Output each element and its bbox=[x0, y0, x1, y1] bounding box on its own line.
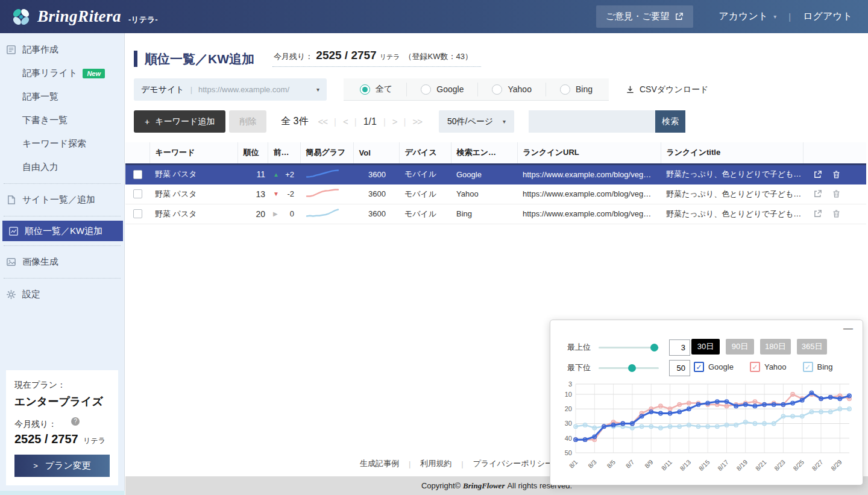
table-row[interactable]: 野菜 パスタ13▼-23600モバイルYahoohttps://www.exam… bbox=[125, 184, 866, 204]
plan-change-button[interactable]: > プラン変更 bbox=[14, 455, 110, 477]
sidebar-item-image-gen[interactable]: 画像生成 bbox=[0, 250, 124, 274]
actions-cell bbox=[803, 204, 866, 224]
svg-text:8/11: 8/11 bbox=[660, 458, 673, 471]
period-button-90日[interactable]: 90日 bbox=[726, 339, 754, 355]
chevron-right-icon: > bbox=[33, 461, 38, 470]
open-url-button[interactable] bbox=[813, 189, 822, 198]
engine-radio-label: Yahoo bbox=[508, 84, 531, 94]
download-icon bbox=[626, 85, 635, 94]
sidebar-item-article-rewrite[interactable]: 記事リライトNew bbox=[0, 61, 124, 85]
prev-page-button[interactable]: < bbox=[343, 116, 348, 127]
slider-thumb[interactable] bbox=[650, 344, 658, 352]
delete-row-button[interactable] bbox=[832, 170, 841, 179]
sidebar-item-site-list[interactable]: サイト一覧／追加 bbox=[0, 188, 124, 212]
trend-wrap: ▲+2 bbox=[273, 170, 300, 179]
column-header: ランクインURL bbox=[517, 142, 661, 164]
help-icon[interactable]: ? bbox=[71, 417, 80, 426]
bottom-rank-slider[interactable] bbox=[599, 367, 659, 369]
sidebar-item-keyword-explore[interactable]: キーワード探索 bbox=[0, 132, 124, 156]
delete-row-button[interactable] bbox=[832, 209, 841, 218]
csv-download-link[interactable]: CSVダウンロード bbox=[626, 84, 708, 95]
row-checkbox[interactable] bbox=[133, 189, 142, 198]
open-url-button[interactable] bbox=[813, 170, 822, 179]
quota-summary: 今月残り： 2525 / 2757 リテラ （登録KW数：43） bbox=[272, 49, 481, 67]
sidebar-item-article-create[interactable]: 記事作成 bbox=[0, 38, 124, 61]
sparkline-cell bbox=[300, 204, 353, 224]
app-header: BringRitera -リテラ- ご意見・ご要望 アカウント ▾ | ログアウ… bbox=[0, 0, 868, 33]
add-keyword-button[interactable]: + キーワード追加 bbox=[134, 110, 225, 133]
delete-row-button[interactable] bbox=[832, 189, 841, 198]
sidebar-item-label: サイト一覧／追加 bbox=[22, 194, 95, 206]
svg-text:8/3: 8/3 bbox=[587, 458, 598, 470]
footer-link[interactable]: 利用規約 bbox=[420, 458, 451, 469]
row-select-cell bbox=[125, 164, 149, 184]
delete-button[interactable]: 削除 bbox=[229, 110, 266, 133]
engine-checkbox-google[interactable]: ✓Google bbox=[694, 362, 734, 372]
period-buttons: 30日90日180日365日 bbox=[691, 339, 827, 355]
slider-thumb[interactable] bbox=[628, 364, 636, 372]
url-cell: https://www.example.com/blog/veg… bbox=[517, 164, 661, 184]
sidebar-item-draft-list[interactable]: 下書き一覧 bbox=[0, 109, 124, 132]
svg-text:8/17: 8/17 bbox=[716, 458, 730, 472]
account-menu[interactable]: アカウント ▾ bbox=[719, 10, 776, 23]
engine-checkbox-bing[interactable]: ✓Bing bbox=[803, 362, 833, 372]
rank-change-cell: ▲+2 bbox=[268, 164, 300, 184]
open-url-button[interactable] bbox=[813, 209, 822, 218]
app-logo[interactable]: BringRitera -リテラ- bbox=[11, 7, 158, 27]
feedback-button[interactable]: ご意見・ご要望 bbox=[596, 5, 694, 28]
page-title: 順位一覧／KW追加 bbox=[134, 51, 254, 67]
svg-text:8/27: 8/27 bbox=[811, 458, 825, 472]
search-button[interactable]: 検索 bbox=[655, 110, 685, 133]
minimize-icon[interactable]: — bbox=[843, 324, 853, 333]
period-button-30日[interactable]: 30日 bbox=[691, 339, 720, 355]
row-checkbox[interactable] bbox=[133, 170, 142, 179]
sidebar-item-free-input[interactable]: 自由入力 bbox=[0, 156, 124, 179]
bottom-rank-input[interactable] bbox=[669, 360, 690, 376]
flower-logo-icon bbox=[11, 7, 31, 27]
engine-radio-google[interactable]: Google bbox=[406, 83, 477, 96]
footer-link[interactable]: 生成記事例 bbox=[360, 458, 399, 469]
row-actions bbox=[808, 209, 866, 218]
period-button-365日[interactable]: 365日 bbox=[797, 339, 828, 355]
row-select-cell bbox=[125, 184, 149, 204]
next-page-button[interactable]: > bbox=[392, 116, 397, 127]
period-button-180日[interactable]: 180日 bbox=[760, 339, 791, 355]
engine-radio-yahoo[interactable]: Yahoo bbox=[477, 83, 545, 96]
top-rank-input[interactable] bbox=[669, 339, 690, 356]
logout-button[interactable]: ログアウト bbox=[803, 10, 852, 23]
site-name: デモサイト bbox=[141, 84, 184, 95]
search-input[interactable] bbox=[529, 110, 655, 133]
engine-radio-全て[interactable]: 全て bbox=[346, 83, 406, 96]
table-row[interactable]: 野菜 パスタ11▲+23600モバイルGooglehttps://www.exa… bbox=[125, 164, 866, 184]
first-page-button[interactable]: << bbox=[318, 116, 328, 127]
sidebar-item-settings[interactable]: 設定 bbox=[0, 283, 124, 306]
image-icon bbox=[6, 257, 17, 268]
keyword-cell: 野菜 パスタ bbox=[149, 204, 237, 224]
table-row[interactable]: 野菜 パスタ20▶03600モバイルBinghttps://www.exampl… bbox=[125, 204, 866, 224]
sidebar-divider bbox=[4, 216, 121, 216]
row-checkbox[interactable] bbox=[133, 209, 142, 218]
svg-text:8/25: 8/25 bbox=[791, 458, 805, 472]
rank-sparkline bbox=[306, 208, 339, 218]
site-select[interactable]: デモサイト | https://www.example.com/ ▾ bbox=[134, 78, 327, 101]
sparkline-cell bbox=[300, 184, 353, 204]
last-page-button[interactable]: >> bbox=[412, 116, 422, 127]
svg-text:8/9: 8/9 bbox=[643, 458, 655, 470]
header-divider: | bbox=[788, 11, 791, 22]
rank-cell: 13 bbox=[237, 184, 268, 204]
footer-link[interactable]: プライバシーポリシー bbox=[473, 458, 553, 469]
rank-diff: +2 bbox=[285, 170, 294, 179]
rank-chart-panel: — 最上位 最下位 30日90日180日365日 ✓Google✓Yahoo✓B… bbox=[550, 320, 863, 485]
svg-text:3: 3 bbox=[568, 380, 572, 388]
per-page-select[interactable]: 50件/ページ ▾ bbox=[439, 110, 514, 133]
rank-history-chart: 310203040508/18/38/58/78/98/118/138/158/… bbox=[559, 380, 855, 487]
svg-text:10: 10 bbox=[565, 391, 572, 398]
engine-radio-bing[interactable]: Bing bbox=[546, 83, 606, 96]
rank-diff: 0 bbox=[290, 209, 294, 218]
actions-cell bbox=[803, 184, 866, 204]
sidebar-item-article-list[interactable]: 記事一覧 bbox=[0, 85, 124, 109]
engine-checkbox-yahoo[interactable]: ✓Yahoo bbox=[750, 362, 787, 372]
row-actions bbox=[808, 189, 866, 198]
sidebar-item-rank-list[interactable]: 順位一覧／KW追加 bbox=[2, 221, 123, 241]
top-rank-slider[interactable] bbox=[599, 347, 659, 348]
